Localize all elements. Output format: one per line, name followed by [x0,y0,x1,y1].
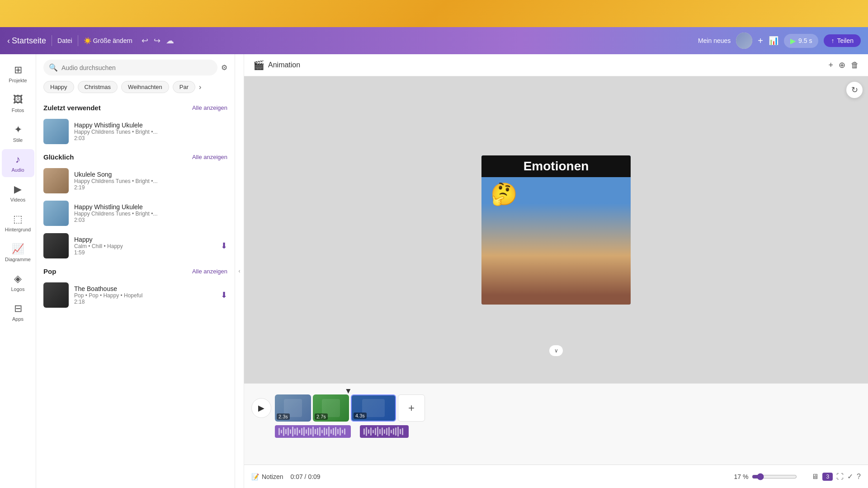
help-button[interactable]: ? [857,473,861,481]
search-input[interactable] [61,64,212,71]
audio-info-hw2: Happy Whistling Ukulele Happy Childrens … [74,203,227,223]
audio-name-hw2: Happy Whistling Ukulele [74,203,227,211]
audio-thumb-happy1 [43,233,69,258]
sidebar-item-audio[interactable]: ♪ Audio [2,149,34,177]
add-clip-button[interactable]: + [398,394,425,422]
time-display: 0:07 / 0:09 [290,473,320,480]
play-time-button[interactable]: ▶ 9.5 s [784,34,818,48]
sidebar: ⊞ Projekte 🖼 Fotos ✦ Stile ♪ Audio ▶ Vid… [0,54,36,488]
header-right: Mein neues + 📊 ▶ 9.5 s ↑ Teilen [698,33,861,49]
project-name[interactable]: Mein neues [698,37,731,44]
playhead-marker [346,389,350,394]
genre-next-button[interactable]: › [199,83,201,91]
undo-button[interactable]: ↩ [142,36,148,46]
header-divider2 [78,35,78,46]
show-all-zuletzt-button[interactable]: Alle anzeigen [192,104,227,111]
fullscreen-button[interactable]: ⛶ [836,473,844,481]
delete-canvas-button[interactable]: 🗑 [851,61,859,70]
add-button[interactable]: + [758,36,763,46]
audio-meta-hw1: Happy Childrens Tunes • Bright •... [74,129,227,135]
page-indicator: 3 [822,473,833,481]
top-banner [0,0,868,27]
sidebar-item-logos[interactable]: ◈ Logos [2,268,34,296]
back-icon: ‹ [7,36,10,46]
cloud-save-button[interactable]: ☁ [166,36,174,46]
audio-wave-1 [275,425,351,438]
section-header-zuletzt: Zuletzt verwendet Alle anzeigen [40,99,231,115]
filter-button[interactable]: ⚙ [221,63,227,72]
genre-tag-par[interactable]: Par [173,81,195,93]
genre-tag-christmas[interactable]: Christmas [78,81,118,93]
show-all-pop-button[interactable]: Alle anzeigen [192,268,227,275]
sidebar-item-apps[interactable]: ⊟ Apps [2,298,34,326]
audio-item-hw2[interactable]: Happy Whistling Ukulele Happy Childrens … [40,197,231,230]
collapse-panel-button[interactable]: ∨ [549,345,563,356]
share-button[interactable]: ↑ Teilen [824,34,861,47]
sidebar-item-projekte[interactable]: ⊞ Projekte [2,60,34,88]
avatar[interactable] [736,33,752,49]
preview-title: Emotionen [524,159,589,173]
logos-icon: ◈ [14,273,22,285]
copy-button[interactable]: ⊕ [839,60,845,70]
notes-button[interactable]: 📝 Notizen [251,473,283,480]
view-desktop-button[interactable]: 🖥 [811,473,819,481]
back-button[interactable]: ‹ Startseite [7,36,46,46]
audio-item-us1[interactable]: Ukulele Song Happy Childrens Tunes • Bri… [40,164,231,197]
sidebar-item-stile[interactable]: ✦ Stile [2,119,34,147]
sidebar-item-diagramme[interactable]: 📈 Diagramme [2,239,34,267]
audio-thumb-hw1 [43,119,69,144]
refresh-button[interactable]: ↻ [846,82,863,98]
audio-duration-boat1: 2:18 [74,299,215,305]
sidebar-item-videos[interactable]: ▶ Videos [2,179,34,207]
genre-tag-happy[interactable]: Happy [43,81,74,93]
redo-button[interactable]: ↪ [154,36,160,46]
check-button[interactable]: ✓ [847,472,853,481]
canvas-preview: Emotionen 🤔 [481,155,631,305]
audio-wave-2 [360,425,409,438]
download-icon-happy1[interactable]: ⬇ [221,241,227,251]
home-label[interactable]: Startseite [12,36,46,46]
show-all-gluecklich-button[interactable]: Alle anzeigen [192,154,227,160]
zoom-slider[interactable] [752,473,797,480]
size-button[interactable]: ☀️ Größe ändern [84,37,132,44]
sidebar-item-hintergrund[interactable]: ⬚ Hintergrund [2,209,34,237]
audio-icon: ♪ [15,154,20,165]
download-icon-boat1[interactable]: ⬇ [221,290,227,300]
panel-collapse-button[interactable]: ‹ [235,54,244,488]
file-button[interactable]: Datei [57,37,72,44]
sidebar-label-hintergrund: Hintergrund [5,227,31,232]
search-icon: 🔍 [49,63,58,72]
clip-1-label: 2.3s [277,413,290,420]
sidebar-label-videos: Videos [10,197,25,202]
sidebar-label-audio: Audio [11,167,24,173]
audio-duration-us1: 2:19 [74,184,227,191]
genre-tag-weihnachten[interactable]: Weihnachten [121,81,169,93]
clip-2[interactable]: 2.7s [313,394,349,422]
stats-button[interactable]: 📊 [769,36,778,46]
sidebar-item-fotos[interactable]: 🖼 Fotos [2,89,34,117]
header: ‹ Startseite Datei ☀️ Größe ändern ↩ ↪ ☁… [0,27,868,54]
audio-duration-hw1: 2:03 [74,135,227,141]
audio-thumb-boat1 [43,282,69,308]
canvas-container: Emotionen 🤔 ↻ ∨ [244,76,868,383]
sidebar-label-apps: Apps [12,316,24,322]
hintergrund-icon: ⬚ [13,213,23,225]
animation-icon: 🎬 [253,60,264,70]
add-canvas-button[interactable]: + [828,61,833,70]
audio-item-happy1[interactable]: Happy Calm • Chill • Happy 1:59 ⬇ [40,230,231,262]
play-time-label: 9.5 s [798,37,812,44]
audio-item-boat1[interactable]: The Boathouse Pop • Pop • Happy • Hopefu… [40,279,231,311]
audio-item-hw1[interactable]: Happy Whistling Ukulele Happy Childrens … [40,115,231,148]
apps-icon: ⊟ [14,303,22,314]
sidebar-label-fotos: Fotos [12,108,24,113]
audio-info-hw1: Happy Whistling Ukulele Happy Childrens … [74,122,227,141]
sidebar-label-diagramme: Diagramme [5,257,31,262]
clip-3[interactable]: 4.3s [351,394,396,422]
section-title-zuletzt: Zuletzt verwendet [43,104,101,112]
timeline-play-button[interactable]: ▶ [251,398,271,418]
zoom-label: 17 % [734,473,748,480]
genre-tags: Happy Christmas Weihnachten Par › [36,81,235,99]
clip-1[interactable]: 2.3s [275,394,311,422]
audio-duration-happy1: 1:59 [74,249,215,256]
audio-meta-us1: Happy Childrens Tunes • Bright •... [74,178,227,184]
